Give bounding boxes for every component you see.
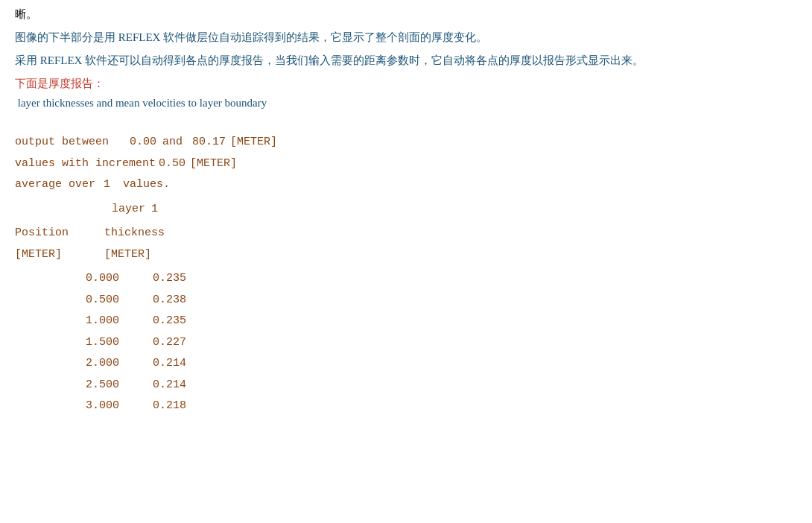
thickness-label: thickness [104,223,165,244]
data-rows-container: 0.0000.2350.5000.2381.0000.2351.5000.227… [15,268,797,417]
output-between-label: output between [15,132,112,153]
table-row: 2.0000.214 [60,353,797,375]
position-value: 1.500 [60,332,119,354]
thickness-value: 0.218 [142,396,186,417]
and-label: and [162,132,183,153]
thickness-value: 0.235 [142,311,186,332]
table-row: 0.5000.238 [60,290,797,311]
thickness-value: 0.227 [142,332,186,354]
position-value: 0.000 [60,268,119,290]
table-row: 1.0000.235 [60,311,797,332]
chinese-line-3: 下面是厚度报告： [15,74,797,94]
output-unit: [METER] [230,132,277,153]
title-char: 晰。 [15,7,797,22]
layer-header-label: layer [112,199,145,221]
table-row: 0.0000.235 [60,268,797,290]
average-value: 1 [104,174,118,196]
thickness-value: 0.235 [142,268,186,290]
values-increment-line: values with increment 0.50 [METER] [15,153,797,175]
position-value: 2.000 [60,353,119,375]
average-label: average over [15,174,101,196]
unit-thickness: [METER] [104,244,151,266]
layer-desc: layer thicknesses and mean velocities to… [15,97,797,110]
position-value: 3.000 [60,396,119,417]
average-over-line: average over 1 values. [15,174,797,196]
thickness-value: 0.214 [142,353,186,375]
average-suffix: values. [123,174,170,196]
table-row: 1.5000.227 [60,332,797,354]
report-section: output between 0.00 and 80.17 [METER] va… [15,132,797,417]
thickness-value: 0.214 [142,375,186,396]
position-label: Position [15,223,89,244]
increment-value: 0.50 [156,153,185,175]
position-value: 1.000 [60,311,119,332]
table-row: 2.5000.214 [60,375,797,396]
output-from-value: 0.00 [112,132,156,153]
increment-unit: [METER] [190,153,237,175]
values-label: values with increment [15,153,156,175]
units-line: [METER] [METER] [15,244,797,266]
output-between-line: output between 0.00 and 80.17 [METER] [15,132,797,153]
page-wrapper: 晰。 图像的下半部分是用 REFLEX 软件做层位自动追踪得到的结果，它显示了整… [15,7,797,417]
position-value: 0.500 [60,290,119,311]
layer-header-line: layer 1 [112,199,797,221]
output-to-value: 80.17 [188,132,226,153]
position-value: 2.500 [60,375,119,396]
unit-position: [METER] [15,244,89,266]
table-row: 3.0000.218 [60,396,797,417]
column-headers-line: Position thickness [15,223,797,244]
layer-number: 1 [151,199,158,221]
thickness-value: 0.238 [142,290,186,311]
chinese-line-1: 图像的下半部分是用 REFLEX 软件做层位自动追踪得到的结果，它显示了整个剖面… [15,28,797,48]
chinese-line-2: 采用 REFLEX 软件还可以自动得到各点的厚度报告，当我们输入需要的距离参数时… [15,51,797,71]
